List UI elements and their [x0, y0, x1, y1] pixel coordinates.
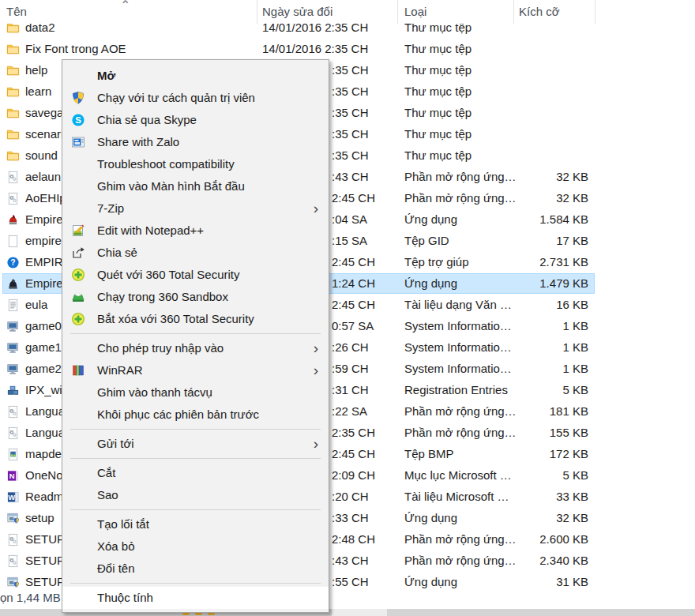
file-name: aelaun	[25, 170, 61, 183]
file-date-modified: 2:48 CH	[332, 532, 375, 546]
menu-item-6[interactable]: 7-Zip›	[62, 197, 329, 220]
file-row[interactable]: Fix Font trong AOE14/01/2016 2:35 CHThư …	[0, 39, 695, 60]
menu-item-20[interactable]: Xóa bỏ	[62, 535, 329, 558]
zalo-icon	[71, 135, 85, 149]
submenu-arrow-icon: ›	[314, 197, 318, 219]
dll-icon	[6, 171, 20, 184]
context-menu: MởChạy với tư cách quản trị viênSChia sẻ…	[62, 59, 329, 613]
menu-item-label: Chạy trong 360 Sandbox	[97, 290, 228, 303]
column-header-date[interactable]: Ngày sửa đổi	[262, 5, 332, 18]
menu-item-17[interactable]: Cắt	[62, 462, 329, 484]
file-date-modified: :59 CH	[332, 362, 369, 375]
column-divider[interactable]	[397, 0, 398, 24]
menu-item-15[interactable]: Khôi phục các phiên bản trước	[62, 404, 329, 426]
menu-item-5[interactable]: Ghim vào Màn hình Bắt đầu	[62, 175, 329, 197]
column-header-name[interactable]: Tên	[6, 5, 27, 18]
file-name: OneNo	[25, 468, 63, 482]
menu-item-19[interactable]: Tạo lối tắt	[62, 513, 329, 535]
file-size: 16 KB	[470, 298, 588, 311]
sysinfo-icon	[6, 320, 20, 333]
menu-item-8[interactable]: Chia sẻ	[62, 242, 329, 264]
column-divider[interactable]	[257, 0, 257, 24]
file-size: 1.584 KB	[470, 212, 588, 226]
menu-separator	[70, 509, 321, 510]
menu-item-21[interactable]: Đổi tên	[62, 558, 329, 580]
file-name: learn	[25, 85, 51, 98]
menu-item-label: Quét với 360 Total Security	[97, 268, 239, 281]
menu-item-9[interactable]: Quét với 360 Total Security	[62, 264, 329, 286]
file-date-modified: 2:45 CH	[332, 298, 375, 311]
svg-text:W: W	[8, 493, 15, 501]
menu-item-16[interactable]: Gửi tới›	[62, 433, 329, 455]
column-header-size[interactable]: Kích cỡ	[519, 5, 560, 18]
file-name: Langua	[25, 426, 65, 439]
file-name: mapde	[25, 447, 62, 460]
file-type: Thư mục tệp	[404, 106, 471, 119]
file-type: Ứng dụng	[404, 212, 457, 226]
file-size: 31 KB	[470, 575, 588, 588]
column-header-type[interactable]: Loại	[404, 5, 426, 18]
file-name: scenari	[25, 127, 63, 141]
submenu-arrow-icon: ›	[314, 359, 318, 381]
file-date-modified: 2:45 CH	[332, 255, 375, 269]
column-divider[interactable]	[513, 0, 514, 24]
menu-separator	[70, 583, 321, 584]
menu-item-label: Sao	[97, 488, 118, 501]
menu-item-1[interactable]: Chạy với tư cách quản trị viên	[62, 87, 329, 109]
file-type: Thư mục tệp	[404, 148, 471, 162]
column-divider[interactable]	[595, 0, 595, 24]
file-date-modified: 14/01/2016 2:35 CH	[262, 42, 368, 55]
file-name: Langua	[25, 404, 65, 418]
file-type: Ứng dụng	[404, 276, 457, 290]
file-size: 2.340 KB	[470, 554, 588, 567]
menu-item-22[interactable]: Thuộc tính	[62, 587, 329, 609]
menu-item-label: Thuộc tính	[97, 591, 153, 604]
menu-item-10[interactable]: Chạy trong 360 Sandbox	[62, 286, 329, 308]
dll-icon	[6, 405, 20, 419]
svg-text:?: ?	[10, 258, 15, 267]
file-size: 32 KB	[470, 191, 588, 205]
menu-item-label: 7-Zip	[97, 201, 124, 215]
file-name: Fix Font trong AOE	[25, 42, 126, 55]
file-name: help	[25, 63, 47, 77]
folder-icon	[6, 43, 20, 56]
dll-icon	[6, 554, 20, 568]
notepadpp-icon	[71, 223, 85, 238]
uac-shield-icon	[71, 91, 85, 105]
file-name: Empire	[25, 276, 63, 290]
menu-item-2[interactable]: SChia sẻ qua Skype	[62, 109, 329, 131]
menu-item-label: Tạo lối tắt	[97, 517, 149, 531]
file-size: 5 KB	[470, 468, 588, 482]
file-date-modified: 0:57 SA	[332, 319, 374, 332]
file-date-modified: :35 CH	[332, 63, 369, 77]
menu-item-13[interactable]: WinRAR›	[62, 359, 329, 381]
menu-item-7[interactable]: Edit with Notepad++	[62, 220, 329, 242]
file-date-modified: 2:35 CH	[332, 426, 375, 439]
sandbox360-icon	[71, 290, 85, 304]
file-date-modified: :35 CH	[332, 106, 369, 119]
collapse-ribbon-chevron-icon[interactable]: ⌃	[120, 0, 130, 13]
file-type: Tệp GID	[404, 234, 449, 247]
menu-item-18[interactable]: Sao	[62, 484, 329, 506]
file-type: Tệp trợ giúp	[404, 255, 469, 269]
file-date-modified: :33 CH	[332, 511, 369, 524]
file-name: empire	[25, 234, 62, 247]
menu-item-4[interactable]: Troubleshoot compatibility	[62, 153, 329, 175]
installer-icon	[6, 576, 20, 589]
menu-item-0[interactable]: Mở	[62, 65, 329, 87]
menu-item-label: Mở	[97, 69, 115, 82]
menu-item-3[interactable]: Share with Zalo	[62, 131, 329, 153]
file-size: 1.479 KB	[470, 276, 588, 290]
menu-separator	[70, 429, 321, 430]
menu-item-label: Gửi tới	[97, 437, 134, 450]
registry-icon	[6, 384, 20, 397]
menu-item-label: Bắt xóa với 360 Total Security	[97, 312, 254, 325]
menu-item-label: Troubleshoot compatibility	[97, 157, 235, 171]
ts360-icon	[71, 312, 85, 326]
winrar-icon	[71, 363, 85, 377]
menu-item-14[interactable]: Ghim vào thanh tácvụ	[62, 381, 329, 404]
blank-icon	[6, 235, 20, 248]
menu-item-12[interactable]: Cho phép truy nhập vào›	[62, 337, 329, 359]
menu-item-label: Cho phép truy nhập vào	[97, 341, 224, 355]
menu-item-11[interactable]: Bắt xóa với 360 Total Security	[62, 308, 329, 330]
